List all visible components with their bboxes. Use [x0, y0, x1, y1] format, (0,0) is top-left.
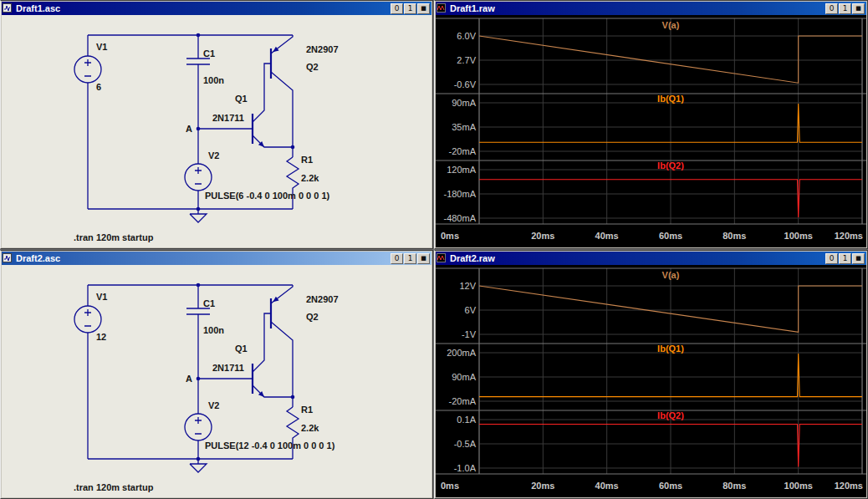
minimize-button[interactable]: 0: [825, 3, 838, 14]
window-title: Draft2.raw: [448, 252, 824, 265]
node-a-label: A: [186, 124, 192, 134]
schematic-canvas[interactable]: V1 6 C1 100n 2N2907 Q2 Q1 2N1711 A V2 R1…: [2, 15, 431, 247]
x-tick-label: 100ms: [784, 231, 813, 241]
spice-directive: .tran 120m startup: [74, 482, 154, 492]
window-draft1-raw: Draft1.raw 0 1 ■ 6.0V2.7V-0.6VV(a)90mA35…: [434, 0, 868, 249]
titlebar-draft2-raw[interactable]: Draft2.raw 0 1 ■: [436, 252, 866, 265]
minimize-button[interactable]: 0: [825, 253, 838, 264]
pane-title: Ib(Q2): [657, 160, 684, 171]
window-controls: 0 1 ■: [825, 3, 865, 14]
q1-name-label: Q1: [235, 94, 248, 104]
v1-name-label: V1: [96, 292, 107, 302]
y-tick-label: -1.0A: [454, 463, 477, 473]
pane-title: Ib(Q1): [657, 94, 684, 104]
window-controls: 0 1 ■: [391, 253, 431, 264]
y-tick-label: -20mA: [449, 396, 477, 406]
waveform-plot[interactable]: 6.0V2.7V-0.6VV(a)90mA35mA-20mAIb(Q1)120m…: [436, 15, 866, 247]
minimize-button[interactable]: 0: [391, 3, 403, 14]
c1-value-label: 100n: [203, 75, 224, 85]
r1-value-label: 2.2k: [301, 173, 319, 183]
titlebar-draft2-asc[interactable]: Draft2.asc 0 1 ■: [2, 252, 431, 265]
v1-value-label: 12: [96, 332, 106, 342]
q1-model-label: 2N1711: [212, 363, 244, 373]
y-tick-label: 12V: [459, 281, 476, 291]
y-tick-label: 120mA: [447, 165, 477, 175]
q1-name-label: Q1: [235, 344, 248, 354]
y-tick-label: 90mA: [452, 372, 476, 382]
window-title: Draft1.asc: [14, 2, 389, 15]
v1-value-label: 6: [96, 82, 101, 92]
r1-name-label: R1: [301, 155, 313, 165]
schematic-doc-icon: [3, 3, 13, 13]
close-button[interactable]: ■: [852, 253, 865, 264]
window-controls: 0 1 ■: [391, 3, 431, 14]
y-tick-label: 6.0V: [457, 31, 476, 41]
y-tick-label: 0.1A: [457, 415, 476, 425]
x-tick-label: 40ms: [595, 231, 619, 241]
x-tick-label: 80ms: [722, 481, 746, 491]
waveform-canvas[interactable]: 12V6V-1VV(a)200mA90mA-20mAIb(Q1)0.1A-0.5…: [436, 265, 866, 497]
node-a-label: A: [186, 374, 192, 384]
y-tick-label: 90mA: [452, 98, 476, 108]
y-tick-label: -0.5A: [454, 439, 477, 449]
minimize-button[interactable]: 0: [391, 253, 403, 264]
waveform-plot[interactable]: 12V6V-1VV(a)200mA90mA-20mAIb(Q1)0.1A-0.5…: [436, 265, 866, 497]
schematic-canvas[interactable]: V1 12 C1 100n 2N2907 Q2 Q1 2N1711 A V2 R…: [2, 265, 431, 497]
c1-name-label: C1: [203, 48, 215, 59]
window-controls: 0 1 ■: [825, 253, 865, 264]
x-tick-label: 40ms: [595, 481, 619, 491]
pane-title: V(a): [662, 20, 680, 30]
c1-value-label: 100n: [203, 325, 224, 335]
v2-value-label: PULSE(12 -0.4 0 100m 0 0 0 1): [205, 440, 335, 451]
y-tick-label: 6V: [465, 305, 477, 315]
v2-name-label: V2: [208, 400, 219, 410]
v2-value-label: PULSE(6 -0.4 0 100m 0 0 0 1): [205, 191, 330, 201]
ltspice-desktop: Draft1.asc 0 1 ■ V1 6 C1 100n 2N2907 Q2 …: [0, 0, 868, 499]
y-tick-label: -1V: [462, 329, 477, 339]
close-button[interactable]: ■: [852, 3, 865, 14]
x-tick-label: 20ms: [531, 231, 554, 241]
x-tick-label: 80ms: [722, 231, 746, 241]
window-draft1-asc: Draft1.asc 0 1 ■ V1 6 C1 100n 2N2907 Q2 …: [0, 0, 433, 249]
x-tick-label: 100ms: [784, 481, 813, 491]
q2-name-label: Q2: [306, 62, 319, 72]
maximize-button[interactable]: 1: [404, 3, 416, 14]
waveform-doc-icon: [437, 253, 447, 263]
r1-name-label: R1: [301, 405, 313, 415]
maximize-button[interactable]: 1: [404, 253, 416, 264]
waveform-canvas[interactable]: 6.0V2.7V-0.6VV(a)90mA35mA-20mAIb(Q1)120m…: [436, 15, 866, 247]
v2-name-label: V2: [208, 150, 219, 160]
r1-value-label: 2.2k: [301, 423, 319, 433]
q2-name-label: Q2: [306, 312, 319, 322]
x-tick-label: 60ms: [659, 231, 682, 241]
pane-title: V(a): [662, 270, 680, 280]
titlebar-draft1-raw[interactable]: Draft1.raw 0 1 ■: [436, 2, 866, 15]
pane-title: Ib(Q2): [657, 410, 684, 420]
y-tick-label: -180mA: [443, 189, 476, 199]
maximize-button[interactable]: 1: [839, 253, 851, 264]
x-tick-label: 60ms: [659, 481, 682, 491]
y-tick-label: 2.7V: [457, 55, 476, 65]
x-tick-label: 0ms: [441, 481, 459, 491]
window-title: Draft2.asc: [14, 252, 389, 265]
close-button[interactable]: ■: [417, 3, 430, 14]
spice-directive: .tran 120m startup: [74, 232, 154, 242]
c1-name-label: C1: [203, 298, 215, 308]
x-tick-label: 120ms: [835, 231, 863, 241]
pane-title: Ib(Q1): [657, 344, 684, 354]
close-button[interactable]: ■: [417, 253, 430, 264]
v1-name-label: V1: [96, 42, 107, 52]
q2-model-label: 2N2907: [306, 294, 339, 304]
x-tick-label: 120ms: [835, 481, 863, 491]
y-tick-label: -480mA: [443, 213, 476, 223]
y-tick-label: -0.6V: [454, 79, 477, 89]
q2-model-label: 2N2907: [306, 44, 339, 54]
waveform-doc-icon: [437, 3, 447, 13]
x-tick-label: 0ms: [441, 231, 459, 241]
window-draft2-raw: Draft2.raw 0 1 ■ 12V6V-1VV(a)200mA90mA-2…: [434, 250, 868, 499]
window-title: Draft1.raw: [448, 2, 824, 15]
maximize-button[interactable]: 1: [839, 3, 851, 14]
titlebar-draft1-asc[interactable]: Draft1.asc 0 1 ■: [2, 2, 431, 15]
q1-model-label: 2N1711: [212, 113, 244, 123]
y-tick-label: -20mA: [449, 146, 477, 156]
